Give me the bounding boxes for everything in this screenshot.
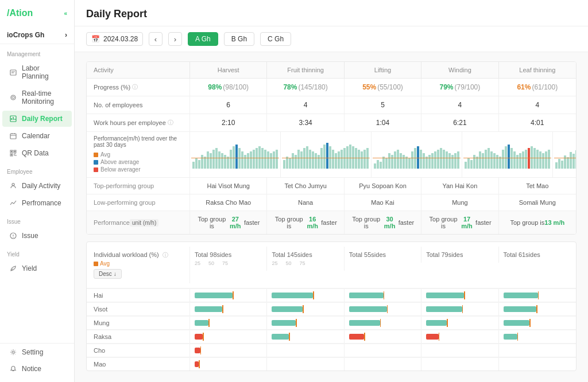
collapse-button[interactable]: « <box>64 10 67 17</box>
avg-marker <box>233 291 234 299</box>
emp-bar-cell <box>267 317 344 329</box>
emp-bar-cell <box>190 330 267 343</box>
sidebar-item-notice[interactable]: Notice <box>2 361 72 377</box>
emp-bar-cell <box>421 344 498 357</box>
emp-workload-row: Mung <box>87 316 576 330</box>
logo-text: /Ation <box>7 8 33 18</box>
emp-fruit-thinning: 4 <box>267 96 344 114</box>
sidebar-item-issue[interactable]: Issue <box>2 228 72 244</box>
emp-bar <box>349 334 364 340</box>
sidebar-item-daily-report[interactable]: Daily Report <box>2 111 72 127</box>
tab-a-gh[interactable]: A Gh <box>188 32 218 46</box>
emp-bar <box>272 320 296 326</box>
emp-bar <box>349 293 384 298</box>
avg-marker <box>464 291 465 299</box>
emp-bar-cell <box>345 330 421 343</box>
wh-harvest: 2:10 <box>190 114 267 131</box>
workload-title: Individual workload (%) ⓘ <box>94 251 168 259</box>
progress-sub-4: (61/100) <box>532 83 558 91</box>
performance-row: Performance unit (m/h) Top group is 27 m… <box>87 211 576 234</box>
sidebar-item-calendar[interactable]: Calendar <box>2 128 72 144</box>
wl-total-2: Total 55sides <box>349 251 386 258</box>
wl-total-1: Total 145sides <box>272 251 312 258</box>
progress-leaf-thinning: 61% (61/100) <box>499 79 576 96</box>
workload-table: Individual workload (%) ⓘ Avg Desc ↓ Tot… <box>86 241 577 371</box>
above-dot <box>94 160 98 165</box>
emp-bar <box>426 293 464 298</box>
sidebar-item-label: Setting <box>22 348 43 356</box>
emp-bar-cell <box>345 289 421 302</box>
emp-bar-cell <box>190 358 267 371</box>
emp-bar-cell <box>267 289 344 302</box>
perf-leaf: Top group is 13 m/h <box>499 211 576 234</box>
next-date-button[interactable]: › <box>168 32 182 46</box>
emp-bar <box>195 348 200 353</box>
prev-date-button[interactable]: ‹ <box>149 32 163 46</box>
emp-bar-cell <box>499 317 576 329</box>
emp-name: Mao <box>87 358 190 371</box>
top-group-harvest: Hai Visot Mung <box>190 178 267 194</box>
date-picker[interactable]: 📅 2024.03.28 <box>86 32 143 46</box>
progress-val-4: 61% <box>517 83 531 91</box>
svg-rect-9 <box>10 134 16 139</box>
calendar-icon <box>9 132 17 140</box>
page-title: Daily Report <box>86 8 577 20</box>
avg-marker <box>462 305 463 313</box>
below-dot <box>94 167 98 172</box>
tab-c-gh[interactable]: C Gh <box>260 32 291 46</box>
wl-col-3: Total 79sides <box>421 247 498 263</box>
avg-label: Avg <box>100 260 110 267</box>
progress-val-0: 98% <box>208 83 222 91</box>
toolbar: 📅 2024.03.28 ‹ › A Gh B Gh C Gh <box>75 26 588 52</box>
emp-name: Mung <box>87 317 190 329</box>
tab-b-gh[interactable]: B Gh <box>224 32 254 46</box>
org-selector[interactable]: ioCrops Gh › <box>0 26 74 44</box>
emp-name: Cho <box>87 344 190 357</box>
avg-marker <box>303 305 304 313</box>
sidebar-item-labor-planning[interactable]: Labor Planning <box>2 60 72 84</box>
wl-col-4: Total 61sides <box>499 247 576 263</box>
emp-bar-cell <box>190 317 267 329</box>
sidebar-item-realtime-monitoring[interactable]: Real-time Monitoring <box>2 85 72 110</box>
perf-label-text: Performance <box>94 219 130 226</box>
qr-icon <box>9 149 17 157</box>
sidebar-item-setting[interactable]: Setting <box>2 344 72 360</box>
col-lifting: Lifting <box>345 62 421 78</box>
svg-point-23 <box>12 184 14 186</box>
speed-3: 17 m/h <box>458 216 475 229</box>
sidebar-item-yield[interactable]: Yield <box>2 260 72 276</box>
emp-bar-cell <box>421 330 498 343</box>
sidebar-item-qr-data[interactable]: QR Data <box>2 145 72 161</box>
chart-leaf-thinning <box>553 132 577 177</box>
workload-label-cell: Individual workload (%) ⓘ Avg Desc ↓ <box>87 247 190 283</box>
progress-sub-2: (55/100) <box>377 83 403 91</box>
progress-val-3: 79% <box>440 83 454 91</box>
bell-icon <box>9 365 17 373</box>
org-name: ioCrops Gh <box>7 31 44 39</box>
wl-total-4: Total 61sides <box>504 251 540 258</box>
svg-rect-17 <box>14 151 16 152</box>
workload-header-row: Individual workload (%) ⓘ Avg Desc ↓ Tot… <box>87 242 576 289</box>
report-table: Activity Harvest Fruit thinning Lifting … <box>86 61 577 235</box>
low-group-winding: Mung <box>421 194 498 211</box>
work-hours-info-icon: ⓘ <box>168 119 173 127</box>
legend-below: Below averager <box>94 166 140 173</box>
progress-fruit-thinning: 78% (145/180) <box>267 79 344 96</box>
avg-marker <box>387 305 388 313</box>
emp-bar <box>426 334 439 340</box>
wl-total-3: Total 79sides <box>426 251 463 258</box>
sidebar-item-daily-activity[interactable]: Daily Activity <box>2 178 72 194</box>
emp-leaf-thinning: 4 <box>499 96 576 114</box>
progress-info-icon: ⓘ <box>132 83 138 91</box>
svg-rect-16 <box>11 151 12 152</box>
wl-scale-1: 255075 <box>272 260 305 266</box>
emp-bar <box>504 306 537 312</box>
employee-rows: HaiVisotMungRaksaChoMao <box>87 289 576 371</box>
sort-button[interactable]: Desc ↓ <box>94 269 122 279</box>
management-section-title: Management <box>0 44 74 60</box>
sidebar-item-label: Daily Report <box>22 115 63 123</box>
wl-col-1: Total 145sides 255075 <box>267 247 344 271</box>
col-fruit-thinning: Fruit thinning <box>267 62 344 78</box>
sidebar-item-performance[interactable]: Perfromance <box>2 195 72 211</box>
progress-sub-1: (145/180) <box>298 83 327 91</box>
